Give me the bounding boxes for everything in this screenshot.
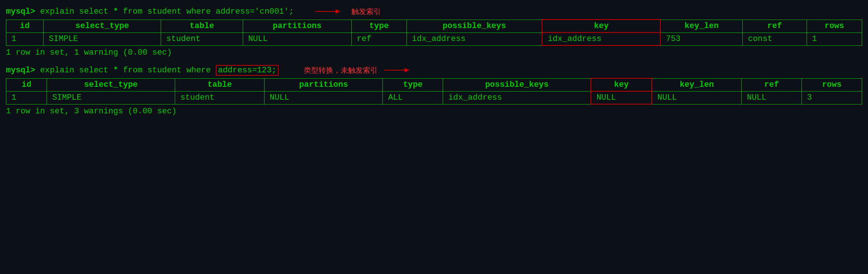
block2: mysql> explain select * from student whe… [6, 62, 862, 120]
cell-key-len-1: 753 [660, 32, 743, 45]
cell-type-1: ref [351, 32, 406, 45]
col-header-key-2: key [591, 78, 652, 91]
cell-table-1: student [161, 32, 243, 45]
arrow-icon-2 [381, 65, 410, 75]
col-header-rows-2: rows [802, 78, 862, 91]
mysql-prompt-1: mysql> [6, 7, 35, 16]
annotation-block-1: 触发索引 [299, 6, 381, 17]
col-header-table-1: table [161, 20, 243, 32]
cell-id-2: 1 [6, 91, 47, 104]
cell-partitions-2: NULL [264, 91, 383, 104]
command-text-before-2: explain select * from student where [40, 66, 215, 75]
table-header-1: id select_type table partitions type pos… [6, 20, 862, 32]
cell-table-2: student [175, 91, 265, 104]
command-highlighted-2: address=123; [216, 65, 279, 76]
cell-key-2: NULL [591, 91, 652, 104]
table-header-2: id select_type table partitions type pos… [6, 78, 862, 91]
cell-select-type-2: SIMPLE [47, 91, 175, 104]
cell-id-1: 1 [6, 32, 44, 45]
annotation-text-2: 类型转换，未触发索引 [304, 65, 378, 75]
col-header-ref-2: ref [742, 78, 802, 91]
cell-key-len-2: NULL [652, 91, 742, 104]
result-table-1: id select_type table partitions type pos… [6, 19, 862, 46]
col-header-key-len-1: key_len [660, 20, 743, 32]
col-header-rows-1: rows [807, 20, 862, 32]
result-info-1: 1 row in set, 1 warning (0.00 sec) [6, 46, 862, 61]
annotation-text-1: 触发索引 [351, 6, 381, 17]
cell-rows-1: 1 [807, 32, 862, 45]
col-header-partitions-2: partitions [264, 78, 383, 91]
command-line-2: mysql> explain select * from student whe… [6, 62, 862, 78]
cell-possible-keys-2: idx_address [443, 91, 591, 104]
col-header-select-type-2: select_type [47, 78, 175, 91]
col-header-partitions-1: partitions [243, 20, 351, 32]
cell-type-2: ALL [383, 91, 443, 104]
col-header-select-type-1: select_type [44, 20, 161, 32]
table-body-2: 1 SIMPLE student NULL ALL idx_address NU… [6, 91, 862, 104]
cell-partitions-1: NULL [243, 32, 351, 45]
cell-key-1: idx_address [542, 32, 660, 45]
result-table-2: id select_type table partitions type pos… [6, 78, 862, 105]
col-header-possible-keys-2: possible_keys [443, 78, 591, 91]
table-body-1: 1 SIMPLE student NULL ref idx_address id… [6, 32, 862, 45]
svg-marker-3 [405, 68, 409, 72]
terminal: mysql> explain select * from student whe… [6, 4, 862, 120]
cell-select-type-1: SIMPLE [44, 32, 161, 45]
mysql-prompt-2: mysql> [6, 66, 35, 75]
col-header-table-2: table [175, 78, 265, 91]
table-row: 1 SIMPLE student NULL ref idx_address id… [6, 32, 862, 45]
block1: mysql> explain select * from student whe… [6, 4, 862, 61]
result-info-2: 1 row in set, 3 warnings (0.00 sec) [6, 105, 862, 120]
col-header-ref-1: ref [743, 20, 807, 32]
cell-possible-keys-1: idx_address [406, 32, 542, 45]
col-header-id-2: id [6, 78, 47, 91]
cell-ref-1: const [743, 32, 807, 45]
col-header-id-1: id [6, 20, 44, 32]
result-table-wrapper-2: id select_type table partitions type pos… [6, 78, 862, 105]
arrow-icon-1 [312, 6, 341, 17]
cell-rows-2: 3 [802, 91, 862, 104]
command-text-1: explain select * from student where addr… [40, 7, 294, 16]
cell-ref-2: NULL [742, 91, 802, 104]
result-table-wrapper-1: id select_type table partitions type pos… [6, 19, 862, 46]
svg-marker-1 [336, 9, 340, 14]
table-row: 1 SIMPLE student NULL ALL idx_address NU… [6, 91, 862, 104]
col-header-key-1: key [542, 20, 660, 32]
col-header-possible-keys-1: possible_keys [406, 20, 542, 32]
col-header-key-len-2: key_len [652, 78, 742, 91]
col-header-type-1: type [351, 20, 406, 32]
command-line-1: mysql> explain select * from student whe… [6, 4, 862, 19]
col-header-type-2: type [383, 78, 443, 91]
annotation-block-2: 类型转换，未触发索引 [283, 65, 410, 76]
